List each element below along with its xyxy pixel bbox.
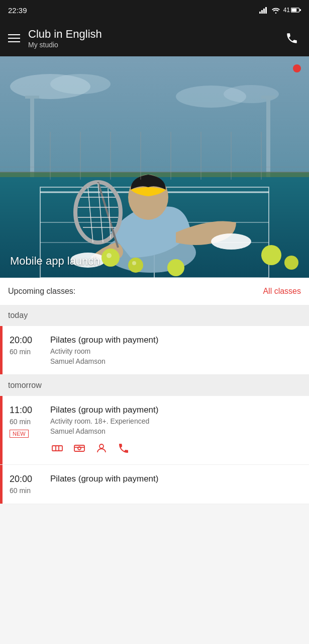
svg-point-40 — [261, 245, 281, 265]
status-icons: 41 — [259, 7, 301, 14]
ticket-icon — [51, 442, 63, 454]
class-room: Activity room — [50, 347, 303, 355]
menu-button[interactable] — [8, 34, 20, 42]
class-info-col: Pilates (group with payment) Activity ro… — [50, 396, 309, 464]
class-trainer: Samuel Adamson — [50, 427, 303, 435]
call-action-button[interactable] — [117, 441, 131, 455]
svg-point-11 — [224, 85, 279, 103]
svg-point-39 — [167, 259, 184, 276]
day-section-tomorrow: tomorrow — [0, 375, 309, 396]
svg-rect-57 — [74, 445, 84, 451]
phone-icon — [285, 32, 298, 45]
class-duration: 60 min — [10, 487, 31, 495]
svg-rect-13 — [25, 96, 39, 99]
battery-icon: 41 — [283, 7, 301, 14]
upcoming-header: Upcoming classes: All classes — [0, 278, 309, 305]
svg-rect-15 — [261, 96, 275, 99]
app-bar: Club in English My studio — [0, 20, 309, 56]
class-name: Pilates (group with payment) — [50, 405, 303, 415]
svg-rect-6 — [300, 9, 301, 11]
hero-notification-dot — [293, 64, 301, 72]
app-bar-titles: Club in English My studio — [28, 28, 275, 49]
payment-icon-button[interactable] — [72, 441, 86, 455]
class-time-col: 20:00 60 min — [3, 326, 50, 374]
battery-shape — [291, 7, 301, 13]
svg-point-41 — [284, 256, 298, 270]
svg-rect-2 — [263, 9, 265, 14]
class-name: Pilates (group with payment) — [50, 474, 303, 484]
class-info-col: Pilates (group with payment) Activity ro… — [50, 326, 309, 374]
hero-caption: Mobile app launch — [10, 255, 100, 268]
class-time: 11:00 — [10, 405, 32, 416]
class-name: Pilates (group with payment) — [50, 335, 303, 345]
day-label-tomorrow: tomorrow — [8, 381, 42, 389]
content-area: Upcoming classes: All classes today 20:0… — [0, 278, 309, 504]
hero-section: Mobile app launch — [0, 56, 309, 278]
class-trainer: Samuel Adamson — [50, 357, 303, 365]
wifi-icon — [271, 7, 280, 14]
bookmark-icon — [95, 442, 108, 454]
signal-icon — [259, 7, 268, 14]
new-badge: NEW — [10, 430, 29, 438]
day-section-today: today — [0, 305, 309, 326]
class-duration: 60 min — [10, 348, 31, 356]
class-info-col: Pilates (group with payment) — [50, 465, 309, 504]
class-card-tomorrow-2[interactable]: 20:00 60 min Pilates (group with payment… — [0, 465, 309, 504]
class-time-col: 20:00 60 min — [3, 465, 50, 504]
svg-rect-1 — [261, 10, 263, 14]
class-card-tomorrow-1[interactable]: 11:00 60 min NEW Pilates (group with pay… — [0, 396, 309, 465]
app-subtitle: My studio — [28, 41, 275, 49]
hero-image — [0, 56, 309, 278]
app-title: Club in English — [28, 28, 275, 41]
time-display: 22:39 — [8, 6, 27, 15]
svg-rect-0 — [259, 12, 261, 14]
class-actions — [50, 437, 303, 455]
svg-rect-54 — [52, 446, 62, 451]
day-label-today: today — [8, 311, 28, 319]
phone-action-icon — [118, 442, 130, 454]
bookmark-icon-button[interactable] — [94, 441, 109, 455]
svg-point-26 — [211, 233, 251, 250]
class-time-col: 11:00 60 min NEW — [3, 396, 50, 464]
svg-point-9 — [50, 74, 111, 94]
class-duration: 60 min — [10, 418, 31, 426]
svg-point-38 — [128, 258, 143, 273]
upcoming-label: Upcoming classes: — [8, 287, 75, 296]
class-room: Activity room. 18+. Experienced — [50, 417, 303, 425]
class-time: 20:00 — [10, 474, 32, 485]
class-time: 20:00 — [10, 335, 32, 346]
payment-icon — [73, 442, 85, 454]
status-bar: 22:39 41 — [0, 0, 309, 20]
svg-rect-5 — [291, 9, 296, 12]
class-card-today-1[interactable]: 20:00 60 min Pilates (group with payment… — [0, 326, 309, 375]
svg-rect-3 — [265, 7, 267, 14]
svg-point-43 — [132, 261, 136, 265]
ticket-icon-button[interactable] — [50, 441, 64, 455]
svg-point-42 — [107, 253, 112, 258]
all-classes-link[interactable]: All classes — [263, 287, 301, 296]
call-button[interactable] — [283, 29, 301, 47]
